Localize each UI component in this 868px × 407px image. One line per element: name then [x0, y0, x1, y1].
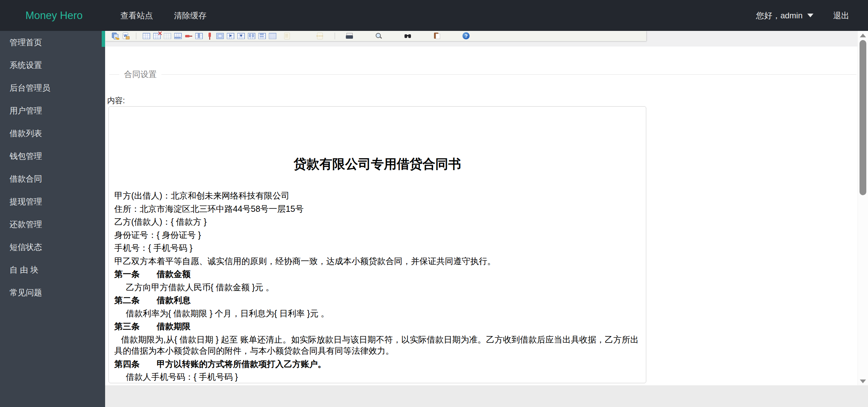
contract-paragraph: 乙方向甲方借款人民币{ 借款金额 }元 。: [114, 281, 640, 294]
sidebar-item-admins[interactable]: 后台管理员: [0, 76, 105, 99]
contract-clause-heading: 第二条 借款利息: [114, 294, 640, 307]
logout-link[interactable]: 退出: [833, 10, 849, 21]
merge-cells-icon[interactable]: [216, 32, 224, 40]
page-scrollbar[interactable]: [857, 31, 868, 385]
delete-row-icon[interactable]: [184, 32, 193, 40]
page-properties-icon: [283, 32, 291, 40]
contract-paragraph: 身份证号：{ 身份证号 }: [114, 228, 640, 242]
user-menu[interactable]: 您好，admin: [756, 10, 813, 21]
table-properties-icon: [163, 32, 172, 40]
section-header: 合同设置: [109, 69, 856, 80]
preview-icon[interactable]: [375, 32, 383, 40]
toolbar-separator: [136, 33, 136, 39]
user-greeting: 您好，admin: [756, 10, 803, 21]
find-icon[interactable]: [404, 32, 412, 40]
delete-table-icon[interactable]: [153, 32, 161, 40]
contract-title: 贷款有限公司专用借贷合同书: [114, 156, 640, 172]
insert-column-icon[interactable]: [195, 32, 203, 40]
sidebar-item-system-settings[interactable]: 系统设置: [0, 54, 105, 76]
cell-properties-icon[interactable]: [174, 32, 182, 40]
sidebar: 管理首页 系统设置 后台管理员 用户管理 借款列表 钱包管理 借款合同 提现管理…: [0, 31, 105, 407]
chevron-down-icon: [807, 14, 813, 17]
contract-paragraph: 甲乙双方本着平等自愿、诚实信用的原则，经协商一致，达成本小额贷款合同，并保证共同…: [114, 255, 640, 268]
contract-paragraph: 借款期限为,从{ 借款日期 } 起至 账单还清止。如实际放款日与该日期不符，以实…: [114, 334, 640, 356]
section-divider: [161, 74, 856, 75]
top-navbar: Money Hero 查看站点 清除缓存 您好，admin 退出: [0, 0, 868, 31]
paste-icon[interactable]: [111, 32, 119, 40]
section-divider: [109, 74, 119, 75]
navbar-links: 查看站点 清除缓存: [120, 10, 206, 21]
editor-toolbar: [105, 31, 646, 41]
sidebar-item-wallet[interactable]: 钱包管理: [0, 145, 105, 167]
scroll-up-icon[interactable]: [860, 34, 866, 37]
contract-clause-heading: 第四条 甲方以转账的方式将所借款项打入乙方账户。: [114, 357, 640, 371]
table-cell-span-icon[interactable]: [269, 32, 277, 40]
contract-paragraph: 住所：北京市海淀区北三环中路44号58号一层15号: [114, 202, 640, 216]
page-footer-strip: [105, 385, 868, 407]
contract-editor-area[interactable]: 贷款有限公司专用借贷合同书 甲方(出借人)：北京和创未来网络科技有限公司 住所：…: [108, 106, 646, 383]
main-content: 合同设置 内容: 贷款有限公司专用借贷合同书 甲方(出借人)：北京和创未来网络科…: [105, 31, 868, 407]
contract-paragraph: 手机号：{ 手机号码 }: [114, 241, 640, 255]
contract-clause-heading: 第一条 借款金额: [114, 267, 640, 281]
scroll-down-icon[interactable]: [860, 380, 866, 383]
contract-paragraph: 乙方(借款人)：{ 借款方 }: [114, 215, 640, 228]
templates-icon[interactable]: [433, 32, 441, 40]
contract-paragraph: 借款人手机号码：{ 手机号码 }: [114, 370, 640, 383]
sidebar-scrollbar-thumb[interactable]: [102, 31, 105, 47]
contract-paragraph: 借款利率为{ 借款期限 } 个月，日利息为{ 日利率 }元 。: [114, 307, 640, 320]
paste-from-word-icon[interactable]: [122, 32, 130, 40]
contract-paragraph: 甲方(出借人)：北京和创未来网络科技有限公司: [114, 189, 640, 202]
split-cell-horizontal-icon[interactable]: [248, 32, 256, 40]
merge-cell-right-icon[interactable]: [226, 32, 235, 40]
sidebar-item-loan-contract[interactable]: 借款合同: [0, 167, 105, 190]
content-label: 内容:: [107, 95, 125, 106]
delete-column-icon[interactable]: [205, 32, 214, 40]
sidebar-item-home[interactable]: 管理首页: [0, 31, 105, 54]
print-icon[interactable]: [346, 32, 354, 40]
sidebar-item-sms-status[interactable]: 短信状态: [0, 236, 105, 258]
sidebar-item-repayment[interactable]: 还款管理: [0, 213, 105, 236]
sidebar-item-faq[interactable]: 常见问题: [0, 281, 105, 304]
scrollbar-thumb[interactable]: [860, 40, 866, 195]
navbar-right: 您好，admin 退出: [756, 10, 849, 21]
insert-table-icon[interactable]: [142, 32, 151, 40]
contract-clause-heading: 第三条 借款期限: [114, 320, 640, 333]
sidebar-item-free-block[interactable]: 自 由 块: [0, 258, 105, 281]
toolbar-separator: [335, 33, 335, 39]
sidebar-item-loan-list[interactable]: 借款列表: [0, 122, 105, 145]
sidebar-item-users[interactable]: 用户管理: [0, 99, 105, 122]
nav-link-clear-cache[interactable]: 清除缓存: [174, 10, 206, 21]
merge-cell-down-icon[interactable]: [237, 32, 245, 40]
split-cell-vertical-icon[interactable]: [258, 32, 266, 40]
section-title: 合同设置: [124, 69, 157, 80]
content-top-strip: [105, 31, 858, 47]
about-icon[interactable]: [462, 32, 470, 40]
app-logo[interactable]: Money Hero: [25, 10, 105, 22]
nav-link-view-site[interactable]: 查看站点: [120, 10, 153, 21]
page-break-icon: [316, 32, 324, 40]
sidebar-item-withdraw[interactable]: 提现管理: [0, 190, 105, 213]
